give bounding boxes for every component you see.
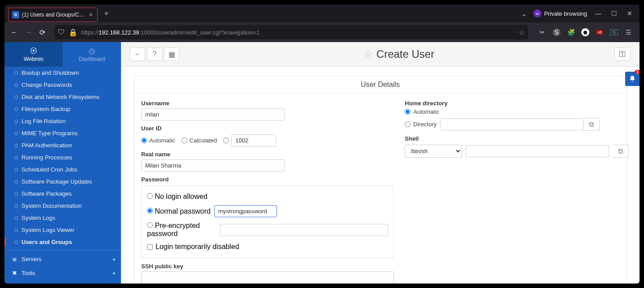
minimize-button[interactable]: — <box>593 10 603 17</box>
page-header: ← ? ▦ ☆ Create User ⚿ <box>121 42 640 67</box>
user-details-panel: User Details Username User ID Automatic … <box>134 76 627 284</box>
page-title: Create User <box>376 48 434 60</box>
label-realname: Real name <box>141 151 394 158</box>
sidebar-cat-tools[interactable]: ✖ Tools ◂ <box>4 266 121 280</box>
normal-password-input[interactable] <box>214 205 277 217</box>
key-button[interactable]: ⚿ <box>614 47 631 61</box>
sidebar-item[interactable]: System Documentation <box>4 200 121 212</box>
sidebar-item[interactable]: Change Passwords <box>4 79 121 91</box>
forward-button[interactable]: → <box>23 26 34 38</box>
servers-icon: ≣ <box>11 256 18 262</box>
uid-auto-option[interactable]: Automatic <box>141 137 175 144</box>
uid-auto-radio[interactable] <box>141 138 147 143</box>
label-password: Password <box>141 176 394 183</box>
bell-icon <box>629 75 636 82</box>
nav-tab-dashboard[interactable]: ◷ Dashboard <box>63 42 121 67</box>
sidebar-item[interactable]: Filesystem Backup <box>4 103 121 115</box>
browser-tab[interactable]: ⚙ (1) Users and Groups/Create × <box>8 8 98 22</box>
tools-icon: ✖ <box>11 270 18 276</box>
label-username: Username <box>141 100 394 107</box>
home-dir-radio[interactable] <box>405 121 411 127</box>
label-shell: Shell <box>405 135 629 142</box>
close-tab-icon[interactable]: × <box>88 11 94 18</box>
back-button[interactable]: ← <box>9 26 20 38</box>
ssh-key-textarea[interactable] <box>141 271 394 284</box>
menu-icon[interactable]: ☰ <box>624 29 632 36</box>
new-tab-button[interactable]: + <box>104 9 109 18</box>
uid-calc-option[interactable]: Calculated <box>182 137 217 144</box>
ext-icon-3[interactable]: ☻ <box>581 28 589 36</box>
noscript-icon[interactable]: N <box>610 30 618 35</box>
caret-left-icon: ◂ <box>112 271 115 275</box>
sidebar-item[interactable]: Log File Rotation <box>4 115 121 127</box>
pw-nologin-option[interactable]: No login allowed <box>147 193 207 201</box>
pw-normal-option[interactable]: Normal password <box>147 207 211 215</box>
sidebar-cat-servers[interactable]: ≣ Servers ◂ <box>4 252 121 266</box>
nav-tab-webmin[interactable]: ⦿ Webmin <box>4 42 63 67</box>
back-page-button[interactable]: ← <box>130 47 145 61</box>
uid-manual-radio[interactable] <box>223 138 229 143</box>
reload-button[interactable]: ⟳ <box>38 26 47 39</box>
sidebar-item[interactable]: Bootup and Shutdown <box>4 67 121 79</box>
caret-left-icon: ◂ <box>112 257 115 262</box>
label-tmpdisabled: Login temporarily disabled <box>156 243 239 251</box>
sidebar-item[interactable]: System Logs <box>4 212 121 224</box>
uid-calc-radio[interactable] <box>182 138 187 143</box>
close-window-button[interactable]: ✕ <box>625 10 634 17</box>
webmin-icon: ⦿ <box>30 47 37 55</box>
sidebar-item-users-groups[interactable]: Users and Groups <box>4 236 121 248</box>
shell-picker-button[interactable]: ⧉ <box>613 145 629 158</box>
pw-normal-radio[interactable] <box>147 208 153 214</box>
sidebar-item[interactable]: Disk and Network Filesystems <box>4 91 121 103</box>
url-bar[interactable]: 🛡 🔒 https://192.168.122.39:10000/useradm… <box>54 25 528 39</box>
uid-input[interactable] <box>231 134 276 146</box>
label-directory: Directory <box>413 121 437 128</box>
grid-button[interactable]: ▦ <box>164 47 179 61</box>
help-button[interactable]: ? <box>147 47 162 61</box>
pw-pre-option[interactable]: Pre-encrypted password <box>147 222 216 238</box>
label-sshkey: SSH public key <box>141 263 394 270</box>
bookmark-star-icon[interactable]: ☆ <box>519 28 525 37</box>
webmin-sidebar: ⦿ Webmin ◷ Dashboard Bootup and Shutdown… <box>4 42 121 284</box>
sidebar-item[interactable]: System Logs Viewer <box>4 224 121 236</box>
sidebar-item[interactable]: Software Packages <box>4 188 121 200</box>
sidebar-item[interactable]: MIME Type Programs <box>4 127 121 139</box>
lock-icon[interactable]: 🔒 <box>69 28 78 37</box>
maximize-button[interactable]: ☐ <box>609 10 619 17</box>
password-box: No login allowed Normal password Pre-enc… <box>141 185 394 258</box>
sidebar-item[interactable]: Running Processes <box>4 151 121 163</box>
username-input[interactable] <box>141 108 285 120</box>
browser-tabbar: ⚙ (1) Users and Groups/Create × + ⌄ ∞ Pr… <box>4 4 640 22</box>
login-disabled-checkbox[interactable] <box>147 244 153 250</box>
home-dir-picker-button[interactable]: ⧉ <box>583 118 600 131</box>
main-panel: ← ? ▦ ☆ Create User ⚿ User Details Usern <box>121 42 640 284</box>
shell-custom-input[interactable] <box>466 145 609 157</box>
ext-icon-1[interactable]: ✂ <box>538 29 546 36</box>
ext-icon-2[interactable]: S <box>553 28 561 36</box>
shield-icon[interactable]: 🛡 <box>58 28 65 36</box>
browser-toolbar: ← → ⟳ 🛡 🔒 https://192.168.122.39:10000/u… <box>4 22 640 42</box>
uid-manual-option[interactable] <box>223 134 276 146</box>
label-userid: User ID <box>141 125 394 132</box>
sidebar-item[interactable]: Software Package Updates <box>4 176 121 188</box>
pw-nologin-radio[interactable] <box>147 193 153 199</box>
realname-input[interactable] <box>141 159 285 172</box>
pre-password-input[interactable] <box>220 224 389 236</box>
home-auto-radio[interactable] <box>405 109 411 115</box>
dashboard-icon: ◷ <box>89 47 95 55</box>
url-text: https://192.168.122.39:10000/useradmin/e… <box>81 29 259 36</box>
extensions-icon[interactable]: 🧩 <box>567 29 575 36</box>
notification-count: 1 <box>635 70 640 74</box>
notification-bell[interactable]: 1 <box>625 72 640 86</box>
private-browsing-indicator: ∞ Private browsing <box>533 9 587 17</box>
sidebar-item[interactable]: Scheduled Cron Jobs <box>4 163 121 176</box>
webmin-favicon: ⚙ <box>12 11 19 18</box>
ublock-icon[interactable]: uB <box>596 30 604 35</box>
pw-pre-radio[interactable] <box>147 222 153 228</box>
tabs-dropdown-icon[interactable]: ⌄ <box>521 9 527 18</box>
panel-title: User Details <box>134 76 627 94</box>
sidebar-item[interactable]: PAM Authentication <box>4 139 121 151</box>
favorite-star-icon[interactable]: ☆ <box>364 48 373 60</box>
home-dir-input[interactable] <box>440 118 583 130</box>
shell-select[interactable]: /bin/sh <box>405 145 462 158</box>
